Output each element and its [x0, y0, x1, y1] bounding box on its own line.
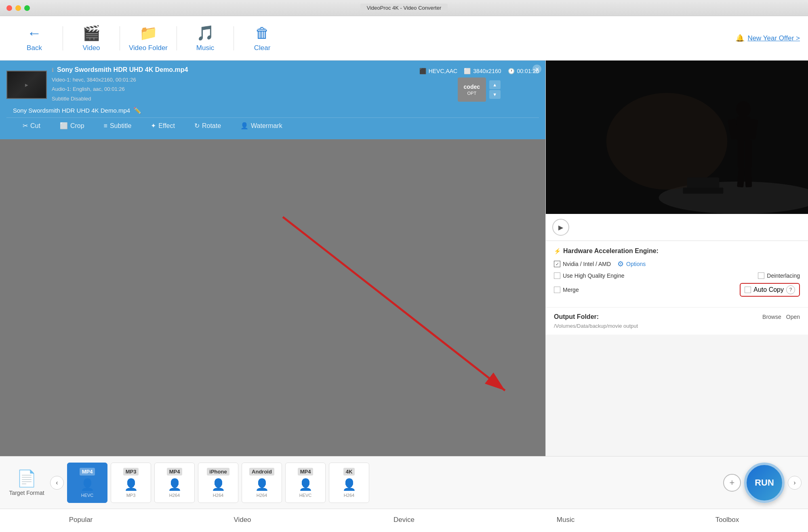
merge-label[interactable]: Merge — [554, 287, 579, 293]
deinterlacing-label[interactable]: Deinterlacing — [758, 272, 800, 279]
watermark-label: Watermark — [251, 122, 282, 130]
format-scroll-right-button[interactable]: › — [788, 476, 802, 490]
file-name: Sony Swordsmith HDR UHD 4K Demo.mp4 — [57, 66, 188, 73]
tab-effect[interactable]: ✦ Effect — [141, 118, 185, 134]
codec-btn-sub: OPT — [467, 91, 477, 96]
high-quality-text: Use High Quality Engine — [563, 272, 625, 279]
format-item-0[interactable]: MP4 👤 HEVC — [67, 463, 107, 503]
high-quality-checkbox[interactable] — [554, 272, 560, 279]
video-track: Video-1: hevc, 3840x2160, 00:01:26 — [52, 75, 415, 84]
merge-checkbox[interactable] — [554, 287, 560, 293]
nvidia-checkbox-label[interactable]: Nvidia / Intel / AMD — [554, 261, 611, 267]
auto-copy-label: Auto Copy — [753, 286, 784, 293]
deinterlacing-checkbox[interactable] — [758, 272, 764, 279]
back-label: Back — [27, 44, 42, 52]
annotation-arrow — [0, 139, 545, 456]
video-folder-button[interactable]: 📁 Video Folder — [122, 20, 175, 57]
format-item-3[interactable]: iPhone 👤 H264 — [198, 463, 238, 503]
tab-subtitle[interactable]: ≡ Subtitle — [94, 118, 141, 134]
options-button[interactable]: ⚙ Options — [617, 260, 646, 268]
gear-icon: ⚙ — [617, 260, 624, 268]
play-controls: ▶ — [546, 214, 808, 241]
resolution-value: 3840x2160 — [473, 68, 501, 74]
video-button[interactable]: 🎬 Video — [65, 20, 118, 57]
format-item-icon-0: 👤 — [80, 478, 95, 491]
options-label: Options — [626, 261, 646, 267]
tab-cut[interactable]: ✂ Cut — [13, 118, 50, 134]
nvidia-checkbox[interactable] — [554, 261, 560, 267]
format-item-top-0: MP4 — [80, 468, 95, 475]
hw-title-text: Hardware Acceleration Engine: — [563, 247, 659, 255]
high-quality-label[interactable]: Use High Quality Engine — [554, 272, 625, 279]
run-button[interactable]: RUN — [744, 463, 785, 503]
resolution-spec: ⬜ 3840x2160 — [464, 68, 501, 74]
close-button[interactable] — [6, 5, 12, 11]
cut-label: Cut — [30, 122, 40, 130]
left-panel: ✕ ▶ ℹ Sony Swordsmith HDR UHD 4K Demo.mp… — [0, 61, 545, 456]
codec-controls: codec OPT ▲ ▼ — [458, 77, 501, 102]
file-info-header: ℹ Sony Swordsmith HDR UHD 4K Demo.mp4 — [52, 66, 415, 73]
maximize-button[interactable] — [24, 5, 30, 11]
crop-icon: ⬜ — [60, 122, 68, 130]
browse-button[interactable]: Browse — [762, 314, 781, 320]
bottom-tab-popular[interactable]: Popular — [0, 509, 162, 532]
output-name-bar: Sony Swordsmith HDR UHD 4K Demo.mp4 ✏️ — [6, 103, 539, 117]
format-bar: 📄 Target Format ‹ MP4 👤 HEVC MP3 👤 MP3 M… — [0, 456, 808, 509]
new-year-offer-link[interactable]: 🔔 New Year Offer > — [736, 34, 800, 42]
file-item: ✕ ▶ ℹ Sony Swordsmith HDR UHD 4K Demo.mp… — [0, 61, 545, 139]
bottom-tab-music[interactable]: Music — [485, 509, 646, 532]
play-button[interactable]: ▶ — [552, 219, 569, 236]
audio-track: Audio-1: English, aac, 00:01:26 — [52, 84, 415, 94]
format-item-4[interactable]: Android 👤 H264 — [242, 463, 282, 503]
window-controls — [6, 5, 30, 11]
codec-opt-button[interactable]: codec OPT — [458, 77, 486, 102]
app-window: VideoProc 4K - Video Converter ← Back 🎬 … — [0, 0, 808, 532]
minimize-button[interactable] — [15, 5, 21, 11]
right-panel: ▶ ⚡ Hardware Acceleration Engine: Nvidia… — [545, 61, 808, 456]
add-format-button[interactable]: + — [723, 474, 741, 492]
hw-section: ⚡ Hardware Acceleration Engine: Nvidia /… — [546, 241, 808, 308]
toolbar-divider-2 — [120, 26, 120, 50]
music-button[interactable]: 🎵 Music — [179, 20, 231, 57]
bottom-tab-toolbox[interactable]: Toolbox — [646, 509, 808, 532]
format-item-icon-4: 👤 — [255, 478, 269, 491]
clear-button[interactable]: 🗑 Clear — [236, 20, 288, 57]
auto-copy-container: Auto Copy ? — [740, 283, 800, 297]
svg-rect-12 — [745, 167, 752, 188]
edit-output-name-icon: ✏️ — [133, 107, 141, 114]
auto-copy-checkbox[interactable] — [745, 287, 751, 293]
codec-value: HEVC,AAC — [429, 68, 458, 74]
remove-file-button[interactable]: ✕ — [532, 65, 541, 73]
bottom-tab-video[interactable]: Video — [162, 509, 323, 532]
format-item-6[interactable]: 4K 👤 H264 — [329, 463, 369, 503]
target-format-icon: 📄 — [17, 469, 37, 488]
tab-crop[interactable]: ⬜ Crop — [50, 118, 94, 134]
format-scroll-left-button[interactable]: ‹ — [50, 476, 64, 490]
format-item-icon-6: 👤 — [342, 478, 356, 491]
open-button[interactable]: Open — [786, 314, 800, 320]
format-item-5[interactable]: MP4 👤 HEVC — [285, 463, 326, 503]
format-item-1[interactable]: MP3 👤 MP3 — [111, 463, 151, 503]
scroll-up-button[interactable]: ▲ — [489, 80, 501, 89]
target-format: 📄 Target Format — [6, 469, 47, 496]
file-item-top: ▶ ℹ Sony Swordsmith HDR UHD 4K Demo.mp4 … — [6, 66, 539, 103]
format-item-2[interactable]: MP4 👤 H264 — [154, 463, 195, 503]
tab-watermark[interactable]: 👤 Watermark — [231, 118, 292, 134]
bottom-tab-device[interactable]: Device — [323, 509, 485, 532]
back-button[interactable]: ← Back — [8, 20, 61, 57]
scroll-down-button[interactable]: ▼ — [489, 90, 501, 99]
format-item-top-4: Android — [249, 468, 274, 475]
tab-rotate[interactable]: ↻ Rotate — [185, 118, 231, 134]
video-preview — [546, 61, 808, 214]
auto-copy-help-button[interactable]: ? — [786, 285, 795, 294]
svg-point-5 — [736, 101, 751, 117]
app-title: VideoProc 4K - Video Converter — [360, 4, 448, 12]
thumbnail-inner: ▶ — [7, 71, 46, 98]
codec-btn-text: codec — [464, 84, 480, 90]
subtitle-label: Subtitle — [110, 122, 131, 130]
file-right: ⬛ HEVC,AAC ⬜ 3840x2160 🕐 00:01:26 — [419, 68, 539, 102]
format-item-sub-0: HEVC — [81, 493, 94, 498]
hw-row-1: Nvidia / Intel / AMD ⚙ Options — [554, 260, 800, 268]
drop-area[interactable] — [0, 139, 545, 456]
clear-icon: 🗑 — [255, 25, 269, 42]
